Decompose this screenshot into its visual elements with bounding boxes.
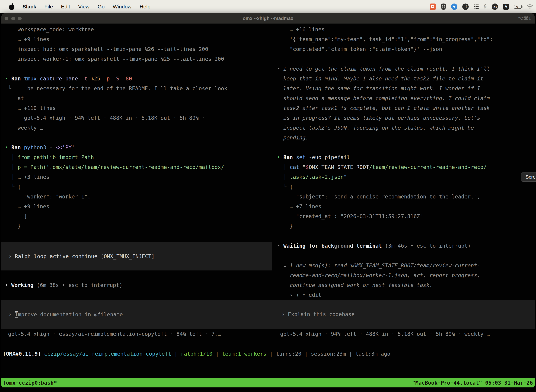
terminal-line: "completed","claim_token":"claim-token"}… [273, 44, 535, 54]
terminal-line: ↳ 1 new msg(s): read $OMX_TEAM_STATE_ROO… [273, 261, 535, 271]
terminal-window: omx --xhigh --madmax ⌥⌘1 workspace_mode:… [1, 13, 535, 388]
terminal-line [273, 251, 535, 261]
terminal-line: • Ran tmux capture-pane -t %25 -p -S -80 [1, 74, 272, 84]
working-status: • Working (6m 38s • esc to interrupt) [1, 280, 272, 290]
terminal-line: is in progress? It seems likely but perh… [273, 113, 535, 123]
terminal-line: › Improve documentation in @filename [5, 310, 123, 319]
grid-dots-icon[interactable] [474, 4, 479, 9]
terminal-line: inspect_hud: omx sparkshell --tmux-pane … [1, 44, 272, 54]
terminal-line: inspect_worker-1: omx sparkshell --tmux-… [1, 54, 272, 64]
terminal-line: "created_at": "2026-03-31T11:59:27.816Z" [273, 211, 535, 221]
terminal-line: "worker": "worker-1", [1, 192, 272, 202]
terminal-line: inspect task2's JSON, focusing on the st… [273, 123, 535, 133]
tmux-session-name[interactable]: [omx-cczip0:bash* [3, 380, 57, 386]
terminal-line: [OMX#0.11.9] cczip/essay/ai-reimplementa… [3, 349, 535, 359]
menu-bar: Slack File Edit View Go Window Help ϟ ☽ … [0, 0, 536, 13]
battery-percentage-icon[interactable]: ..61 [492, 4, 498, 10]
terminal-line: } [1, 221, 272, 231]
menu-item-view[interactable]: View [78, 4, 89, 10]
right-pane[interactable]: … +16 lines '{"team_name":"my-team","tas… [273, 23, 535, 344]
minimize-button[interactable] [11, 17, 15, 20]
terminal-line: • I need to get the claim token from the… [273, 64, 535, 74]
terminal-line: gpt-5.4 xhigh · essay/ai-reimplementatio… [1, 329, 272, 339]
terminal-line [1, 133, 272, 143]
apple-menu-icon[interactable] [9, 3, 15, 10]
terminal-line: gpt-5.4 xhigh · 94% left · 488K in · 5.1… [1, 113, 272, 123]
terminal-line: › Ralph loop active continue [OMX_TMUX_I… [5, 252, 155, 261]
terminal-line: '{"team_name":"my-team","task_id":"1","f… [273, 34, 535, 44]
terminal-line [273, 231, 535, 241]
terminal-line: • Ran python3 - <<'PY' [1, 143, 272, 152]
screenshot-app-icon[interactable] [430, 4, 436, 10]
terminal-line [273, 143, 535, 152]
menu-status-icons: ϟ ☽ § ..61 A ϟ [430, 3, 533, 10]
screen-tooltip: Scre [521, 173, 536, 182]
terminal-line: … +110 lines [1, 103, 272, 113]
prompt-input-left[interactable]: › Improve documentation in @filename [1, 300, 272, 329]
terminal-line [273, 54, 535, 64]
terminal-line: └ { [1, 182, 272, 192]
prompt-input-right[interactable]: › Explain this codebase [273, 300, 535, 329]
terminal-line: ⌥ + ↑ edit [273, 290, 535, 300]
terminal-line [1, 64, 272, 74]
terminal-line: │ p = Path('.omx/state/team/review-curre… [1, 162, 272, 172]
menu-item-help[interactable]: Help [140, 4, 151, 10]
terminal-line: } [273, 221, 535, 231]
terminal-line: gpt-5.4 xhigh · 94% left · 488K in · 5.1… [273, 329, 535, 339]
window-titlebar: omx --xhigh --madmax ⌥⌘1 [1, 13, 535, 23]
terminal-line: • Waiting for background terminal (3m 46… [273, 241, 535, 251]
battery-bolt-icon: ϟ [516, 5, 518, 9]
blue-lightning-icon[interactable]: ϟ [451, 4, 457, 10]
left-pane-scrollback: workspace_mode: worktree … +9 lines insp… [1, 23, 272, 231]
window-title: omx --xhigh --madmax [243, 16, 293, 21]
menu-item-file[interactable]: File [44, 4, 53, 10]
terminal-line: … +9 lines [1, 34, 272, 44]
omx-status-bar: [OMX#0.11.9] cczip/essay/ai-reimplementa… [1, 349, 535, 359]
close-button[interactable] [5, 17, 8, 20]
terminal-line: └ { [273, 182, 535, 192]
left-pane[interactable]: workspace_mode: worktree … +9 lines insp… [1, 23, 272, 344]
wifi-icon[interactable] [526, 4, 533, 9]
ralph-loop-banner: › Ralph loop active continue [OMX_TMUX_I… [1, 242, 272, 271]
path-icon[interactable]: § [484, 3, 487, 10]
terminal-line: task2 after task1 is complete, but can I… [273, 103, 535, 113]
shield-icon[interactable] [441, 4, 446, 10]
menu-app-name[interactable]: Slack [23, 4, 36, 10]
terminal-line: └ be necessary for the end of the README… [1, 84, 272, 93]
terminal-line: keep that in mind. Maybe I also need the… [273, 74, 535, 84]
left-session-statusline: gpt-5.4 xhigh · essay/ai-reimplementatio… [1, 329, 272, 339]
terminal-line: … +9 lines [1, 202, 272, 211]
terminal-line: │ tasks/task-2.json" [273, 172, 535, 182]
terminal-line: • Working (6m 38s • esc to interrupt) [1, 280, 272, 290]
terminal-line: … +16 lines [273, 25, 535, 34]
terminal-line: ] [1, 211, 272, 221]
terminal-line: later. Using the same for transition mig… [273, 84, 535, 93]
crescent-icon[interactable]: ☽ [462, 4, 469, 10]
window-shortcut: ⌥⌘1 [518, 13, 531, 23]
right-pane-scrollback: … +16 lines '{"team_name":"my-team","tas… [273, 23, 535, 300]
menu-item-edit[interactable]: Edit [61, 4, 70, 10]
terminal-line: workspace_mode: worktree [1, 25, 272, 34]
screen-tooltip-label: Scre [526, 174, 536, 180]
terminal-line: › Explain this codebase [277, 309, 354, 319]
tmux-status-bar: [omx-cczip0:bash* "MacBook-Pro-44.local"… [1, 378, 535, 387]
battery-icon[interactable]: ϟ [514, 5, 522, 9]
terminal-line: • Ran set -euo pipefail [273, 152, 535, 162]
terminal-line: readme-and-reco/mailbox/worker-1.json, a… [273, 271, 535, 280]
terminal-line: │ … +3 lines [1, 172, 272, 182]
terminal-line: "subject": "send a concise recommendatio… [273, 192, 535, 202]
terminal-line: … +7 lines [273, 202, 535, 211]
terminal-line: continue assigned work or next feasible … [273, 280, 535, 290]
terminal-line: should send a message before completing … [273, 93, 535, 103]
input-source-icon[interactable]: A [503, 4, 509, 10]
right-session-statusline: gpt-5.4 xhigh · 94% left · 488K in · 5.1… [273, 329, 535, 339]
tmux-host-clock: "MacBook-Pro-44.local" 05:03 31-Mar-26 [412, 380, 533, 386]
menu-item-go[interactable]: Go [98, 4, 105, 10]
terminal-line: at [1, 93, 272, 103]
terminal-line: weekly … [1, 123, 272, 133]
terminal-line: │ from pathlib import Path [1, 152, 272, 162]
terminal-line: │ cat "$OMX_TEAM_STATE_ROOT/team/review-… [273, 162, 535, 172]
menu-item-window[interactable]: Window [113, 4, 132, 10]
terminal-line: pending. [273, 133, 535, 143]
zoom-button[interactable] [18, 17, 22, 20]
